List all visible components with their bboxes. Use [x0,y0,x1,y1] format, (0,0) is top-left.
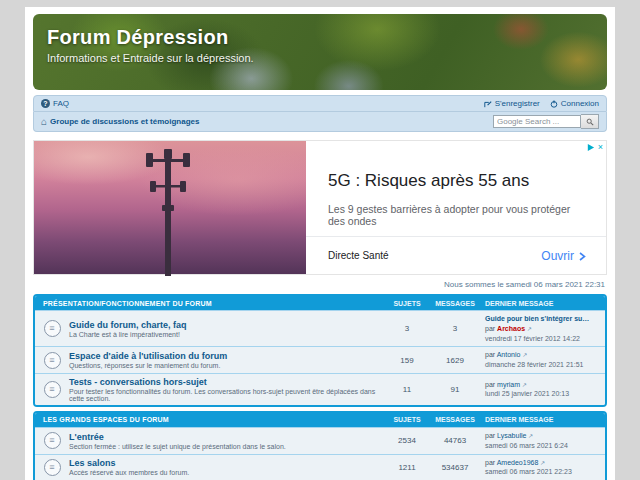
forum-icon: ≡ [44,381,61,398]
site-banner[interactable]: Forum Dépression Informations et Entraid… [33,14,607,90]
forum-link[interactable]: Guide du forum, charte, faq [69,320,383,330]
pencil-icon [484,100,492,108]
forum-icon: ≡ [44,459,61,476]
forum-icon: ≡ [44,352,61,369]
last-post-date: samedi 06 mars 2021 22:23 [485,467,599,477]
by-label: par [485,459,495,466]
search-area [493,114,599,129]
power-icon [550,100,558,108]
messages-count: 3 [431,324,479,333]
forum-description: Questions, réponses sur le maniement du … [69,362,383,369]
breadcrumb-bar: ⌂ Groupe de discussions et témoignages [33,112,607,132]
messages-column-header: MESSAGES [431,416,479,423]
cell-tower-silhouette [34,141,306,276]
last-user-link[interactable]: Amedeo1968 [497,459,539,466]
topics-count: 11 [383,385,431,394]
forum-description: Pour tester les fonctionnalités du forum… [69,388,383,402]
goto-last-post-icon[interactable]: ↗ [522,382,527,388]
faq-link[interactable]: ? FAQ [41,99,69,108]
forum-row-aide[interactable]: ≡ Espace d'aide à l'utilisation du forum… [35,346,605,373]
goto-last-post-icon[interactable]: ↗ [522,352,527,358]
forum-row-salons[interactable]: ≡ Les salons Accès réservé aux membres d… [35,454,605,480]
last-message-cell: par Lysabulle ↗ samedi 06 mars 2021 6:24 [479,431,605,451]
forum-icon: ≡ [44,432,61,449]
ad-divider [306,236,606,237]
forum-row-tests[interactable]: ≡ Tests - conversations hors-sujet Pour … [35,373,605,405]
ad-cta-label: Ouvrir [541,249,574,263]
ad-open-button[interactable]: Ouvrir [541,249,586,263]
lastmessage-column-header: DERNIER MESSAGE [479,300,605,307]
search-button[interactable] [581,114,599,129]
forum-link[interactable]: Tests - conversations hors-sujet [69,377,383,387]
forum-section-grands-espaces: LES GRANDS ESPACES DU FORUM SUJETS MESSA… [33,411,607,480]
breadcrumb[interactable]: ⌂ Groupe de discussions et témoignages [41,117,199,126]
last-user-link[interactable]: Antonio [497,351,521,358]
adchoices-icon[interactable] [586,143,595,152]
section-title[interactable]: LES GRANDS ESPACES DU FORUM [35,416,383,423]
forum-link[interactable]: Espace d'aide à l'utilisation du forum [69,351,383,361]
last-post-date: dimanche 28 février 2021 21:51 [485,360,599,370]
ad-photo-cell-tower [34,141,306,274]
last-message-cell: par Antonio ↗ dimanche 28 février 2021 2… [479,350,605,370]
ad-advertiser: Directe Santé [328,250,389,261]
last-message-cell: par myriam ↗ lundi 25 janvier 2021 20:13 [479,380,605,400]
forum-description: La Charte est à lire impérativement! [69,331,383,338]
home-icon: ⌂ [41,118,47,126]
goto-last-post-icon[interactable]: ↗ [540,460,545,466]
last-user-link[interactable]: myriam [497,381,520,388]
ad-content: 5G : Risques après 55 ans Les 9 gestes b… [306,141,606,274]
question-icon: ? [41,99,50,108]
last-post-date: samedi 06 mars 2021 6:24 [485,441,599,451]
by-label: par [485,432,495,439]
ad-headline[interactable]: 5G : Risques après 55 ans [328,171,529,191]
forum-row-entree[interactable]: ≡ L'entrée Section fermée : utilisez le … [35,427,605,454]
forum-description: Accès réservé aux membres du forum. [69,469,383,476]
section-title[interactable]: PRÉSENTATION/FONCTIONNEMENT DU FORUM [35,300,383,307]
site-subtitle: Informations et Entraide sur la dépressi… [47,52,254,64]
topics-count: 2534 [383,436,431,445]
forum-description: Section fermée : utilisez le sujet uniqu… [69,443,383,450]
forum-section-presentation: PRÉSENTATION/FONCTIONNEMENT DU FORUM SUJ… [33,294,607,407]
lastmessage-column-header: DERNIER MESSAGE [479,416,605,423]
ad-subline: Les 9 gestes barrières à adopter pour vo… [328,203,588,227]
last-post-date: vendredi 17 février 2012 14:22 [485,334,599,344]
forum-link[interactable]: Les salons [69,458,383,468]
navigation: ? FAQ S'enregistrer Connexion ⌂ Groupe d… [33,95,607,132]
goto-last-post-icon[interactable]: ↗ [527,326,532,332]
by-label: par [485,381,495,388]
goto-last-post-icon[interactable]: ↗ [528,433,533,439]
forum-row-guide[interactable]: ≡ Guide du forum, charte, faq La Charte … [35,310,605,346]
site-title: Forum Dépression [47,26,229,49]
last-user-link[interactable]: Archaos [497,325,525,332]
ad-banner[interactable]: 5G : Risques après 55 ans Les 9 gestes b… [33,140,607,275]
search-input[interactable] [493,115,581,128]
messages-count: 91 [431,385,479,394]
login-label: Connexion [561,99,599,108]
forum-icon: ≡ [44,320,61,337]
messages-count: 1629 [431,356,479,365]
topics-column-header: SUJETS [383,300,431,307]
register-label: S'enregistrer [495,99,540,108]
login-link[interactable]: Connexion [550,99,599,108]
last-post-date: lundi 25 janvier 2021 20:13 [485,389,599,399]
current-datetime: Nous sommes le samedi 06 mars 2021 22:31 [33,280,605,290]
messages-count: 44763 [431,436,479,445]
section-header: LES GRANDS ESPACES DU FORUM SUJETS MESSA… [35,413,605,427]
forum-link[interactable]: L'entrée [69,432,383,442]
messages-column-header: MESSAGES [431,300,479,307]
last-message-cell: Guide pour bien s'intégrer su… par Archa… [479,314,605,343]
last-topic-link[interactable]: Guide pour bien s'intégrer su… [485,314,599,324]
last-message-cell: par Amedeo1968 ↗ samedi 06 mars 2021 22:… [479,458,605,478]
register-link[interactable]: S'enregistrer [484,99,540,108]
topics-count: 3 [383,324,431,333]
messages-count: 534637 [431,463,479,472]
faq-label: FAQ [53,99,69,108]
topics-column-header: SUJETS [383,416,431,423]
breadcrumb-label: Groupe de discussions et témoignages [50,117,199,126]
chevron-right-icon [579,252,586,261]
section-header: PRÉSENTATION/FONCTIONNEMENT DU FORUM SUJ… [35,296,605,310]
topics-count: 1211 [383,463,431,472]
topbar: ? FAQ S'enregistrer Connexion [33,95,607,112]
ad-close-icon[interactable]: × [598,143,603,152]
last-user-link[interactable]: Lysabulle [497,432,526,439]
